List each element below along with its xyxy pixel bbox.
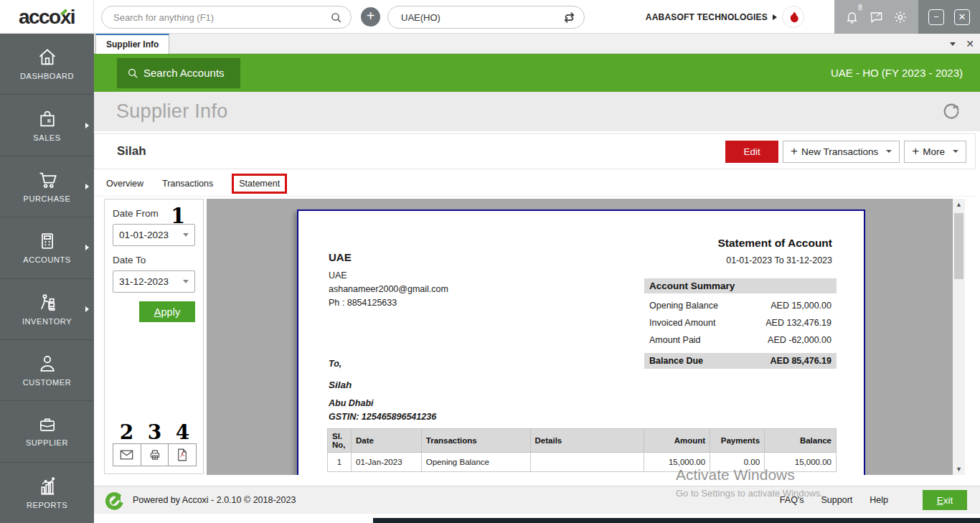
apply-button[interactable]: Apply: [139, 301, 195, 322]
search-input[interactable]: [113, 12, 330, 23]
table-row: 1 01-Jan-2023 Opening Balance 15,000.00 …: [328, 453, 837, 472]
cell-payments: 0.00: [710, 453, 765, 472]
date-to-label: Date To: [113, 255, 195, 265]
page-title: Supplier Info: [116, 100, 228, 123]
sidebar-item-label: INVENTORY: [22, 317, 72, 326]
search-icon[interactable]: [330, 11, 342, 24]
pdf-file-icon: [176, 448, 188, 461]
footer: Powered by Accoxi - 2.0.10 © 2018-2023 F…: [94, 486, 980, 514]
help-link[interactable]: Help: [870, 495, 888, 505]
shopping-bag-icon: [37, 109, 57, 129]
sidebar-item-label: DASHBOARD: [20, 72, 74, 80]
cell-details: [530, 453, 644, 472]
search-accounts-button[interactable]: Search Accounts: [117, 58, 240, 88]
statement-viewer: UAE UAE ashanameer2000@gmail.com Ph : 88…: [207, 199, 965, 475]
recipient-city: Abu Dhabi: [329, 398, 436, 408]
cart-icon: [37, 170, 58, 190]
recipient-gstin: GSTIN: 125465896541236: [329, 412, 436, 422]
chevron-down-icon: [183, 233, 189, 237]
print-statement-button[interactable]: [141, 444, 169, 466]
tab-transactions[interactable]: Transactions: [162, 179, 213, 189]
sidebar-item-accounts[interactable]: ACCOUNTS: [0, 217, 94, 278]
accoxi-symbol-icon: [105, 491, 124, 510]
exit-button[interactable]: Exit: [923, 490, 967, 510]
cell-transaction: Opening Balance: [421, 453, 530, 472]
tab-statement[interactable]: Statement: [232, 174, 287, 194]
cell-amount: 15,000.00: [644, 453, 710, 472]
tab-close-icon[interactable]: ✕: [966, 39, 974, 49]
minimize-button[interactable]: −: [928, 9, 944, 25]
sidebar-item-reports[interactable]: REPORTS: [0, 463, 94, 523]
switch-organization-icon[interactable]: [563, 11, 575, 24]
tab-list-dropdown-icon[interactable]: [950, 42, 956, 46]
global-search[interactable]: [101, 6, 352, 29]
summary-value: AED 15,000.00: [771, 301, 831, 311]
col-slno: Sl. No,: [328, 429, 352, 453]
quick-add-button[interactable]: +: [361, 7, 380, 27]
sidebar-item-label: SUPPLIER: [26, 438, 68, 447]
module-header-bar: Search Accounts UAE - HO (FY 2023 - 2023…: [94, 54, 980, 92]
app-logo-text: accoxi: [19, 6, 75, 29]
organization-selected: UAE(HO): [401, 12, 440, 23]
close-button[interactable]: ✕: [954, 9, 970, 25]
to-label: To,: [329, 359, 436, 369]
edit-button[interactable]: Edit: [725, 141, 778, 163]
organization-selector[interactable]: UAE(HO): [387, 6, 585, 29]
inventory-trolley-icon: [37, 293, 58, 313]
tab-overview[interactable]: Overview: [106, 179, 143, 189]
sidebar-item-supplier[interactable]: SUPPLIER: [0, 401, 94, 462]
summary-label: Invoiced Amount: [649, 318, 715, 328]
chevron-right-icon: [85, 184, 89, 189]
sidebar-item-purchase[interactable]: PURCHASE: [0, 156, 94, 217]
annotation-4: 4: [169, 422, 197, 443]
avatar[interactable]: [782, 6, 804, 28]
annotation-1: 1: [171, 204, 185, 228]
account-menu[interactable]: AABASOFT TECHNOLOGIES: [646, 0, 804, 34]
sidebar: DASHBOARD SALES PURCHASE ACCOUNTS INVENT…: [0, 34, 94, 523]
chevron-down-icon: [886, 150, 892, 153]
sidebar-item-inventory[interactable]: INVENTORY: [0, 279, 94, 340]
chevron-right-icon: [85, 123, 89, 128]
export-pdf-button[interactable]: [169, 444, 196, 466]
cell-slno: 1: [328, 453, 352, 472]
scrollbar-thumb[interactable]: [954, 213, 963, 279]
more-button[interactable]: + More: [904, 141, 966, 163]
chevron-down-icon: [183, 280, 189, 283]
topbar: accoxi + UAE(HO) AABASOFT TECHNOLOGIES 8: [0, 0, 980, 34]
bell-icon: [845, 10, 859, 24]
recipient-name: Silah: [329, 380, 436, 390]
account-summary: Account Summary Opening BalanceAED 15,00…: [644, 278, 837, 369]
company-name: AABASOFT TECHNOLOGIES: [646, 12, 768, 22]
balance-due-value: AED 85,476.19: [771, 356, 831, 366]
doc-company-line: UAE: [329, 269, 448, 283]
sidebar-item-label: REPORTS: [27, 501, 67, 509]
col-balance: Balance: [765, 429, 837, 453]
col-transactions: Transactions: [421, 429, 530, 453]
new-transactions-button[interactable]: + New Transactions: [783, 141, 900, 163]
supplier-header-row: Silah Edit + New Transactions + More: [94, 133, 976, 169]
search-icon: [127, 67, 138, 79]
doc-company-email: ashanameer2000@gmail.com: [329, 283, 448, 296]
email-statement-button[interactable]: [113, 444, 141, 466]
sidebar-item-label: ACCOUNTS: [23, 255, 71, 264]
sidebar-item-customer[interactable]: CUSTOMER: [0, 340, 94, 401]
cell-date: 01-Jan-2023: [351, 453, 421, 472]
col-payments: Payments: [710, 429, 765, 453]
window-tab-supplier-info[interactable]: Supplier Info: [95, 34, 169, 54]
refresh-button[interactable]: [941, 102, 961, 122]
sidebar-item-label: SALES: [33, 133, 60, 142]
settings-button[interactable]: [893, 10, 908, 24]
sidebar-item-sales[interactable]: SALES: [0, 95, 94, 156]
messages-button[interactable]: [870, 10, 883, 24]
faqs-link[interactable]: FAQ's: [780, 495, 804, 505]
main-area: Supplier Info ✕ Search Accounts UAE - HO…: [94, 34, 980, 523]
doc-company-name: UAE: [329, 251, 448, 263]
support-link[interactable]: Support: [821, 495, 853, 505]
document-scrollbar[interactable]: ▲ ▼: [953, 199, 965, 475]
sidebar-item-dashboard[interactable]: DASHBOARD: [0, 34, 94, 95]
notifications-button[interactable]: 8: [845, 10, 859, 24]
app-logo: accoxi: [0, 0, 94, 34]
scroll-down-icon[interactable]: ▼: [953, 463, 965, 475]
date-to-select[interactable]: 31-12-2023: [113, 270, 195, 293]
scroll-up-icon[interactable]: ▲: [953, 199, 965, 210]
